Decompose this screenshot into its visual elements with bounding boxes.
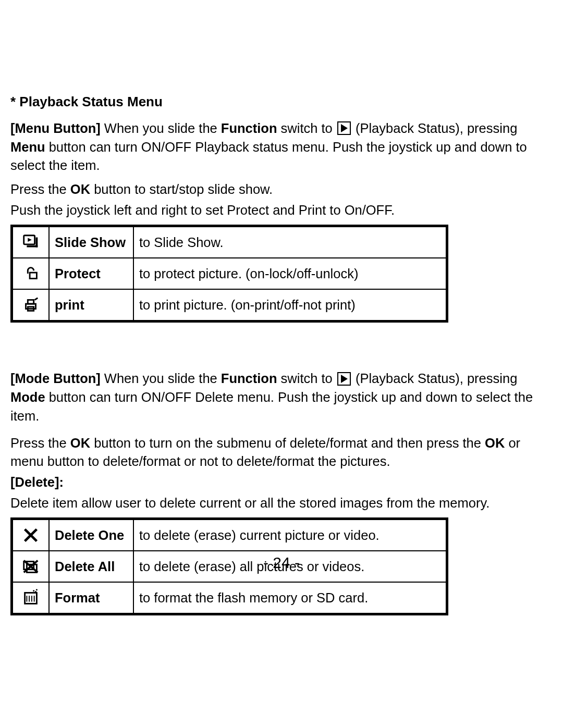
section-heading: * Playback Status Menu	[10, 94, 553, 110]
row-label: Format	[49, 582, 133, 614]
row-desc: to protect picture. (on-lock/off-unlock)	[133, 258, 447, 289]
row-desc: to Slide Show.	[133, 226, 447, 258]
function-word: Function	[221, 371, 277, 386]
row-label: Protect	[49, 258, 133, 289]
table-row: Slide Show to Slide Show.	[12, 226, 447, 258]
svg-rect-6	[28, 300, 33, 304]
page-number: - 24 -	[0, 554, 563, 572]
mode-word: Mode	[10, 390, 45, 404]
playback-menu-table: Slide Show to Slide Show. Protect to pro…	[10, 225, 448, 323]
row-label: Delete One	[49, 519, 133, 551]
joystick-line: Push the joystick left and right to set …	[10, 201, 553, 220]
row-label: print	[49, 289, 133, 322]
mode-button-label: [Mode Button]	[10, 371, 101, 386]
svg-point-21	[36, 589, 38, 591]
svg-marker-1	[28, 238, 32, 242]
table-row: Protect to protect picture. (on-lock/off…	[12, 258, 447, 289]
svg-rect-4	[30, 273, 36, 279]
menu-word: Menu	[10, 140, 45, 154]
mode-button-paragraph: [Mode Button] When you slide the Functio…	[10, 369, 553, 425]
row-desc: to print picture. (on-print/off-not prin…	[133, 289, 447, 322]
print-icon	[12, 289, 50, 322]
row-desc: to format the flash memory or SD card.	[133, 582, 447, 614]
table-row: print to print picture. (on-print/off-no…	[12, 289, 447, 322]
svg-rect-3	[36, 238, 38, 248]
ok-word: OK	[70, 436, 90, 450]
function-word: Function	[221, 121, 277, 135]
playback-icon	[337, 372, 351, 386]
ok-word: OK	[485, 436, 505, 450]
ok-slide-line: Press the OK button to start/stop slide …	[10, 180, 553, 199]
ok-delete-paragraph: Press the OK button to turn on the subme…	[10, 434, 553, 471]
delete-one-icon	[12, 519, 50, 551]
delete-heading: [Delete]:	[10, 473, 553, 492]
slideshow-icon	[12, 226, 50, 258]
playback-icon	[337, 121, 351, 135]
delete-intro: Delete item allow user to delete current…	[10, 494, 553, 513]
row-label: Slide Show	[49, 226, 133, 258]
svg-point-20	[35, 591, 36, 593]
table-row: Format to format the flash memory or SD …	[12, 582, 447, 614]
ok-word: OK	[70, 182, 90, 196]
table-row: Delete One to delete (erase) current pic…	[12, 519, 447, 551]
format-icon	[12, 582, 50, 614]
row-desc: to delete (erase) current picture or vid…	[133, 519, 447, 551]
menu-button-label: [Menu Button]	[10, 121, 101, 135]
svg-point-19	[33, 590, 34, 591]
protect-icon	[12, 258, 50, 289]
menu-button-paragraph: [Menu Button] When you slide the Functio…	[10, 119, 553, 175]
